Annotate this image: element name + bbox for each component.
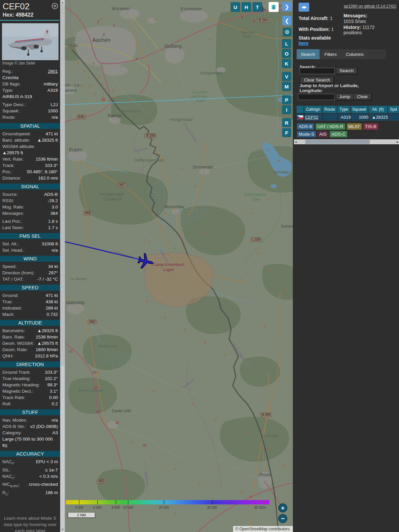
- data-label: WGS84 altitude:: [2, 143, 35, 150]
- tab-columns[interactable]: Columns: [342, 49, 368, 59]
- stats-here-link[interactable]: here: [299, 41, 309, 46]
- data-label: Speed:: [2, 263, 17, 270]
- map-button-h[interactable]: H: [242, 2, 251, 12]
- data-label: NACV:: [2, 473, 15, 481]
- aircraft-table: CallsignRouteTypeSquawkAlt. (ft)SpdCEF02…: [297, 106, 399, 121]
- osm-attribution[interactable]: © OpenStreetMap contributors.: [233, 526, 293, 532]
- tab-search[interactable]: Search: [297, 49, 320, 59]
- layers-button[interactable]: [269, 2, 279, 12]
- scroll-up-icon[interactable]: ▲: [60, 1, 65, 4]
- row-cell[interactable]: 1000: [351, 114, 368, 121]
- legend-tick: [116, 500, 116, 504]
- clear-search-button[interactable]: Clear Search: [300, 76, 334, 83]
- source-badge-adsb: ADS-B: [297, 123, 314, 130]
- column-header[interactable]: Type: [337, 106, 350, 113]
- data-value: ▲29575 ft: [2, 150, 23, 156]
- row-cell[interactable]: [323, 114, 337, 121]
- tar1090-app: CEF02 Hex: 498422 Image © Jan Seler Reg.…: [0, 0, 399, 532]
- flag-cell[interactable]: [297, 114, 304, 121]
- data-value: 1000: [48, 108, 58, 114]
- aircraft-detail-panel: CEF02 Hex: 498422 Image © Jan Seler Reg.…: [0, 0, 60, 532]
- data-row: Vert. Rate:1536 ft/min: [0, 156, 60, 162]
- row-cell[interactable]: CEF02: [304, 114, 323, 121]
- zoom-out-button[interactable]: −: [278, 514, 287, 523]
- row-cell[interactable]: A319: [338, 114, 351, 121]
- column-header[interactable]: Route: [323, 106, 337, 113]
- data-label: RC:: [2, 489, 9, 498]
- data-label: Direction (from):: [2, 270, 35, 276]
- with-position: With Position: 1: [299, 27, 334, 32]
- close-icon[interactable]: [52, 3, 58, 9]
- scrollbar-thumb[interactable]: [61, 5, 65, 366]
- data-label: Type Desc.:: [2, 101, 26, 108]
- zoom-in-button[interactable]: +: [278, 503, 287, 512]
- map-button-v[interactable]: V: [282, 72, 291, 81]
- map-button-p[interactable]: P: [282, 95, 291, 104]
- data-value: 471 kt: [46, 292, 58, 299]
- column-header[interactable]: Callsign: [304, 106, 322, 113]
- section-header: STUFF: [0, 409, 60, 415]
- layers-icon: [270, 4, 277, 10]
- data-row: Czechia: [0, 74, 60, 81]
- data-row: Squawk:1000: [0, 108, 60, 114]
- data-row: Baro. Rate:1536 ft/min: [0, 334, 60, 340]
- settings-button[interactable]: ⚙: [283, 28, 291, 36]
- jump-button[interactable]: Jump: [335, 93, 354, 100]
- sidebar-collapse-button[interactable]: ◀▶: [299, 3, 309, 12]
- data-value: 102.2°: [45, 375, 58, 382]
- data-label: Barometric:: [2, 328, 25, 334]
- map-button-k[interactable]: K: [282, 59, 291, 68]
- column-header[interactable]: [297, 106, 304, 113]
- data-label: ADS-B Ver.:: [2, 423, 26, 430]
- map-button-f[interactable]: F: [282, 128, 291, 137]
- row-cell[interactable]: ▲28325: [369, 114, 388, 121]
- map-button-o[interactable]: O: [282, 49, 291, 58]
- data-row: RC:186 m: [0, 489, 60, 498]
- hscroll-thumb[interactable]: [305, 140, 370, 144]
- data-row: NICBARO:cross-checked: [0, 481, 60, 489]
- column-header[interactable]: Spd: [388, 106, 399, 113]
- legend-tick-label: 20 000: [159, 506, 169, 509]
- search-button[interactable]: Search: [336, 67, 357, 74]
- table-horizontal-scrollbar[interactable]: ◂ ▸: [294, 139, 399, 144]
- jump-input[interactable]: [298, 94, 335, 100]
- stats-available: Stats available: [299, 35, 331, 41]
- map-button-t[interactable]: T: [253, 2, 262, 12]
- hex-label: Hex:: [3, 12, 14, 18]
- map-button-m[interactable]: M: [282, 82, 291, 91]
- column-header[interactable]: Squawk: [351, 106, 368, 113]
- row-cell[interactable]: [389, 114, 399, 121]
- tab-filters[interactable]: Filters: [320, 49, 341, 59]
- data-row: Source:ADS-B: [0, 191, 60, 198]
- map-button-u[interactable]: U: [231, 2, 240, 12]
- collapse-icon: ◀▶: [302, 5, 307, 9]
- map-canvas[interactable]: WürselenEschweilerAachenVaalsStolbergMer…: [65, 0, 293, 532]
- data-row: Baro. altitude:▲28325 ft: [0, 137, 60, 143]
- table-row[interactable]: CEF02A3191000▲28325: [297, 114, 399, 121]
- data-value: 438 kt: [46, 299, 58, 305]
- map-button-r[interactable]: R: [282, 118, 291, 127]
- search-input[interactable]: [300, 68, 335, 74]
- right-sidebar: ◀▶ tar1090 on github (3.14.1742) Total A…: [293, 0, 399, 532]
- aircraft-photo[interactable]: [2, 23, 59, 60]
- scroll-left-icon[interactable]: ◂: [295, 140, 297, 144]
- source-badges-row2: Mode-SAISADS-C: [297, 131, 349, 137]
- data-value: 103.3°: [45, 162, 58, 169]
- column-header[interactable]: Alt. (ft): [368, 106, 387, 113]
- map-button-l[interactable]: L: [282, 39, 291, 48]
- data-value: 1.8 s: [48, 218, 58, 224]
- scroll-down-icon[interactable]: ▼: [60, 528, 65, 531]
- expand-right-button[interactable]: ❯: [282, 2, 292, 11]
- left-panel-scrollbar[interactable]: ▲ ▼: [60, 0, 65, 532]
- data-value: v2 (DO-260B): [30, 423, 58, 430]
- scroll-right-icon[interactable]: ▸: [397, 140, 398, 144]
- data-value[interactable]: 2801: [48, 68, 58, 74]
- map-button-i[interactable]: I: [282, 105, 291, 114]
- data-value: ≤ 1e-7: [45, 467, 58, 473]
- data-value: 50.485°, 6.180°: [27, 169, 58, 175]
- jump-clear-button[interactable]: Clear: [353, 93, 371, 100]
- legend-tick-label: 4 000: [75, 506, 83, 509]
- github-link[interactable]: tar1090 on github (3.14.1742): [344, 4, 396, 9]
- data-row: Track Rate:0.00: [0, 394, 60, 401]
- collapse-left-button[interactable]: ❮: [282, 16, 292, 25]
